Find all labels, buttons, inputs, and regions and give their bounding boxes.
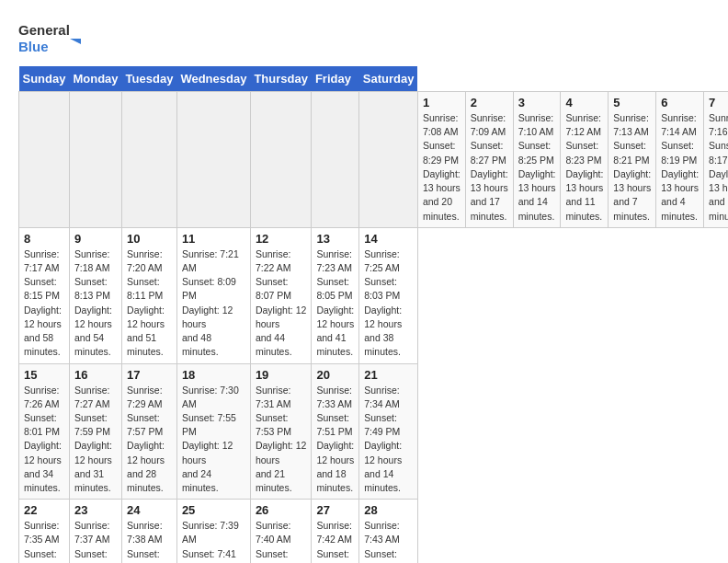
calendar-cell: 7Sunrise: 7:16 AM Sunset: 8:17 PM Daylig… — [704, 92, 728, 228]
day-number: 1 — [423, 96, 461, 109]
calendar-table: SundayMondayTuesdayWednesdayThursdayFrid… — [18, 66, 728, 563]
day-info: Sunrise: 7:20 AM Sunset: 8:11 PM Dayligh… — [127, 247, 172, 360]
logo: General Blue — [18, 18, 83, 57]
calendar-cell: 28Sunrise: 7:43 AM Sunset: 7:35 PM Dayli… — [359, 500, 418, 563]
day-number: 13 — [316, 232, 354, 246]
svg-marker-2 — [70, 39, 81, 44]
svg-text:General: General — [18, 22, 70, 38]
calendar-cell: 6Sunrise: 7:14 AM Sunset: 8:19 PM Daylig… — [656, 92, 704, 228]
calendar-cell: 2Sunrise: 7:09 AM Sunset: 8:27 PM Daylig… — [465, 92, 513, 228]
day-number: 5 — [613, 96, 651, 109]
calendar-cell: 22Sunrise: 7:35 AM Sunset: 7:47 PM Dayli… — [19, 500, 70, 563]
calendar-cell — [69, 92, 121, 228]
calendar-cell: 12Sunrise: 7:22 AM Sunset: 8:07 PM Dayli… — [250, 227, 312, 363]
day-number: 19 — [256, 368, 307, 382]
calendar-cell: 15Sunrise: 7:26 AM Sunset: 8:01 PM Dayli… — [19, 363, 70, 500]
day-number: 23 — [74, 503, 117, 517]
calendar-cell — [176, 92, 250, 228]
header-sunday: Sunday — [19, 66, 70, 92]
day-info: Sunrise: 7:12 AM Sunset: 8:23 PM Dayligh… — [565, 111, 603, 224]
day-number: 15 — [24, 368, 64, 382]
day-number: 3 — [518, 96, 556, 109]
header-thursday: Thursday — [250, 66, 312, 92]
day-number: 11 — [182, 232, 245, 246]
calendar-cell — [312, 92, 359, 228]
day-number: 17 — [127, 368, 172, 382]
calendar-cell: 5Sunrise: 7:13 AM Sunset: 8:21 PM Daylig… — [609, 92, 656, 228]
calendar-week-1: 1Sunrise: 7:08 AM Sunset: 8:29 PM Daylig… — [19, 92, 729, 228]
page-header: General Blue — [18, 18, 710, 57]
day-number: 26 — [256, 503, 307, 517]
day-number: 12 — [256, 232, 307, 246]
day-info: Sunrise: 7:22 AM Sunset: 8:07 PM Dayligh… — [256, 247, 307, 360]
day-number: 22 — [24, 503, 64, 517]
day-info: Sunrise: 7:43 AM Sunset: 7:35 PM Dayligh… — [364, 519, 413, 563]
calendar-cell: 24Sunrise: 7:38 AM Sunset: 7:43 PM Dayli… — [122, 500, 177, 563]
day-info: Sunrise: 7:16 AM Sunset: 8:17 PM Dayligh… — [709, 111, 728, 224]
day-number: 6 — [661, 96, 699, 109]
calendar-week-3: 15Sunrise: 7:26 AM Sunset: 8:01 PM Dayli… — [19, 363, 729, 500]
day-info: Sunrise: 7:26 AM Sunset: 8:01 PM Dayligh… — [24, 384, 64, 496]
day-number: 27 — [316, 503, 354, 517]
calendar-cell — [122, 92, 177, 228]
calendar-cell: 21Sunrise: 7:34 AM Sunset: 7:49 PM Dayli… — [359, 363, 418, 500]
day-info: Sunrise: 7:13 AM Sunset: 8:21 PM Dayligh… — [613, 111, 651, 224]
day-info: Sunrise: 7:40 AM Sunset: 7:39 PM Dayligh… — [256, 519, 307, 563]
day-number: 7 — [709, 96, 728, 109]
calendar-cell: 25Sunrise: 7:39 AM Sunset: 7:41 PM Dayli… — [176, 500, 250, 563]
svg-text:Blue: Blue — [18, 39, 49, 54]
day-info: Sunrise: 7:09 AM Sunset: 8:27 PM Dayligh… — [471, 111, 508, 224]
header-saturday: Saturday — [359, 66, 418, 92]
day-info: Sunrise: 7:25 AM Sunset: 8:03 PM Dayligh… — [364, 247, 413, 360]
day-number: 10 — [127, 232, 172, 246]
calendar-cell: 1Sunrise: 7:08 AM Sunset: 8:29 PM Daylig… — [417, 92, 465, 228]
day-number: 25 — [182, 503, 245, 517]
calendar-cell: 19Sunrise: 7:31 AM Sunset: 7:53 PM Dayli… — [250, 363, 312, 500]
day-info: Sunrise: 7:21 AM Sunset: 8:09 PM Dayligh… — [182, 247, 245, 360]
day-info: Sunrise: 7:37 AM Sunset: 7:45 PM Dayligh… — [74, 519, 117, 563]
calendar-cell: 3Sunrise: 7:10 AM Sunset: 8:25 PM Daylig… — [513, 92, 561, 228]
calendar-cell: 10Sunrise: 7:20 AM Sunset: 8:11 PM Dayli… — [122, 227, 177, 363]
day-number: 16 — [74, 368, 117, 382]
calendar-cell: 8Sunrise: 7:17 AM Sunset: 8:15 PM Daylig… — [19, 227, 70, 363]
day-info: Sunrise: 7:38 AM Sunset: 7:43 PM Dayligh… — [127, 519, 172, 563]
calendar-cell: 9Sunrise: 7:18 AM Sunset: 8:13 PM Daylig… — [69, 227, 121, 363]
calendar-cell: 20Sunrise: 7:33 AM Sunset: 7:51 PM Dayli… — [312, 363, 359, 500]
day-info: Sunrise: 7:08 AM Sunset: 8:29 PM Dayligh… — [423, 111, 461, 224]
calendar-cell: 13Sunrise: 7:23 AM Sunset: 8:05 PM Dayli… — [312, 227, 359, 363]
day-info: Sunrise: 7:30 AM Sunset: 7:55 PM Dayligh… — [182, 384, 245, 496]
day-number: 2 — [471, 96, 508, 109]
calendar-cell — [359, 92, 418, 228]
header-friday: Friday — [312, 66, 359, 92]
day-number: 4 — [565, 96, 603, 109]
calendar-cell — [250, 92, 312, 228]
day-number: 20 — [316, 368, 354, 382]
day-info: Sunrise: 7:34 AM Sunset: 7:49 PM Dayligh… — [364, 384, 413, 496]
day-info: Sunrise: 7:17 AM Sunset: 8:15 PM Dayligh… — [24, 247, 64, 360]
logo-svg: General Blue — [18, 18, 83, 57]
header-monday: Monday — [69, 66, 121, 92]
day-info: Sunrise: 7:18 AM Sunset: 8:13 PM Dayligh… — [74, 247, 117, 360]
day-info: Sunrise: 7:27 AM Sunset: 7:59 PM Dayligh… — [74, 384, 117, 496]
day-number: 24 — [127, 503, 172, 517]
day-info: Sunrise: 7:42 AM Sunset: 7:37 PM Dayligh… — [316, 519, 354, 563]
day-info: Sunrise: 7:31 AM Sunset: 7:53 PM Dayligh… — [256, 384, 307, 496]
day-info: Sunrise: 7:23 AM Sunset: 8:05 PM Dayligh… — [316, 247, 354, 360]
calendar-week-2: 8Sunrise: 7:17 AM Sunset: 8:15 PM Daylig… — [19, 227, 729, 363]
calendar-cell: 11Sunrise: 7:21 AM Sunset: 8:09 PM Dayli… — [176, 227, 250, 363]
calendar-header-row: SundayMondayTuesdayWednesdayThursdayFrid… — [19, 66, 729, 92]
day-number: 8 — [24, 232, 64, 246]
day-info: Sunrise: 7:33 AM Sunset: 7:51 PM Dayligh… — [316, 384, 354, 496]
calendar-cell: 14Sunrise: 7:25 AM Sunset: 8:03 PM Dayli… — [359, 227, 418, 363]
calendar-week-4: 22Sunrise: 7:35 AM Sunset: 7:47 PM Dayli… — [19, 500, 729, 563]
day-number: 14 — [364, 232, 413, 246]
header-wednesday: Wednesday — [176, 66, 250, 92]
calendar-cell: 18Sunrise: 7:30 AM Sunset: 7:55 PM Dayli… — [176, 363, 250, 500]
day-number: 21 — [364, 368, 413, 382]
day-number: 9 — [74, 232, 117, 246]
day-number: 18 — [182, 368, 245, 382]
day-info: Sunrise: 7:35 AM Sunset: 7:47 PM Dayligh… — [24, 519, 64, 563]
calendar-body: 1Sunrise: 7:08 AM Sunset: 8:29 PM Daylig… — [19, 92, 729, 564]
day-info: Sunrise: 7:29 AM Sunset: 7:57 PM Dayligh… — [127, 384, 172, 496]
calendar-cell: 4Sunrise: 7:12 AM Sunset: 8:23 PM Daylig… — [561, 92, 609, 228]
